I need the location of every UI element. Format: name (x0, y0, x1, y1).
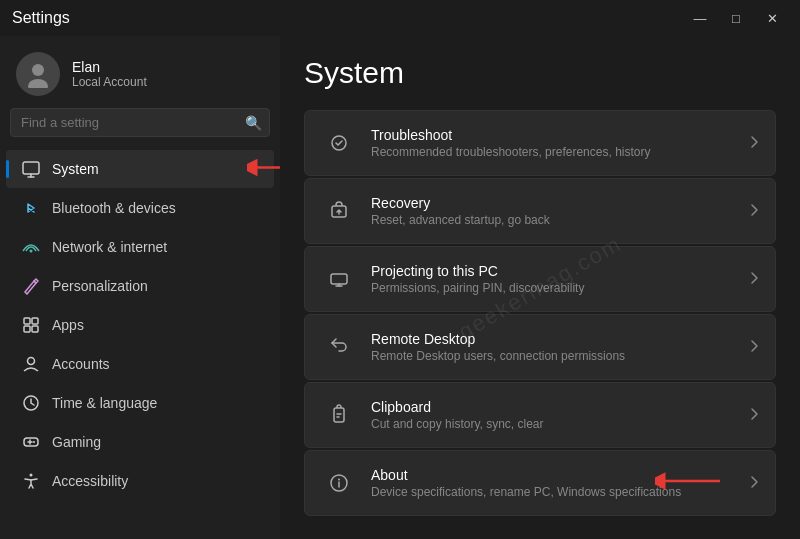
svg-point-12 (33, 441, 35, 443)
titlebar-title: Settings (12, 9, 70, 27)
about-text: AboutDevice specifications, rename PC, W… (371, 467, 741, 499)
remote-desktop-title: Remote Desktop (371, 331, 741, 347)
settings-item-recovery[interactable]: RecoveryReset, advanced startup, go back (304, 178, 776, 244)
sidebar: Elan Local Account 🔍 SystemBluetooth & d… (0, 36, 280, 539)
main-layout: Elan Local Account 🔍 SystemBluetooth & d… (0, 36, 800, 539)
content-wrapper: System TroubleshootRecommended troublesh… (280, 36, 800, 539)
svg-point-13 (30, 474, 33, 477)
time-icon (22, 394, 40, 412)
sidebar-item-label-personalization: Personalization (52, 278, 148, 294)
svg-rect-5 (24, 318, 30, 324)
search-icon: 🔍 (245, 115, 262, 131)
user-name: Elan (72, 59, 147, 75)
svg-rect-7 (24, 326, 30, 332)
system-icon (22, 160, 40, 178)
sidebar-item-personalization[interactable]: Personalization (6, 267, 274, 305)
user-profile[interactable]: Elan Local Account (0, 36, 280, 108)
settings-item-remote-desktop[interactable]: Remote DesktopRemote Desktop users, conn… (304, 314, 776, 380)
maximize-button[interactable]: □ (720, 8, 752, 28)
titlebar-controls: — □ ✕ (684, 8, 788, 28)
clipboard-icon (321, 397, 357, 433)
search-box: 🔍 (10, 108, 270, 137)
sidebar-item-label-bluetooth: Bluetooth & devices (52, 200, 176, 216)
clipboard-desc: Cut and copy history, sync, clear (371, 417, 741, 431)
projecting-desc: Permissions, pairing PIN, discoverabilit… (371, 281, 741, 295)
remote-desktop-desc: Remote Desktop users, connection permiss… (371, 349, 741, 363)
recovery-icon (321, 193, 357, 229)
titlebar: Settings — □ ✕ (0, 0, 800, 36)
troubleshoot-text: TroubleshootRecommended troubleshooters,… (371, 127, 741, 159)
recovery-title: Recovery (371, 195, 741, 211)
apps-icon (22, 316, 40, 334)
minimize-button[interactable]: — (684, 8, 716, 28)
bluetooth-icon (22, 199, 40, 217)
about-desc: Device specifications, rename PC, Window… (371, 485, 741, 499)
gaming-icon (22, 433, 40, 451)
about-chevron-icon (749, 475, 759, 492)
about-icon (321, 465, 357, 501)
nav-list: SystemBluetooth & devicesNetwork & inter… (0, 149, 280, 501)
settings-list: TroubleshootRecommended troubleshooters,… (304, 110, 776, 516)
svg-point-18 (338, 479, 340, 481)
projecting-title: Projecting to this PC (371, 263, 741, 279)
settings-item-troubleshoot[interactable]: TroubleshootRecommended troubleshooters,… (304, 110, 776, 176)
sidebar-item-label-gaming: Gaming (52, 434, 101, 450)
sidebar-item-label-time: Time & language (52, 395, 157, 411)
accessibility-icon (22, 472, 40, 490)
svg-point-0 (32, 64, 44, 76)
svg-rect-2 (23, 162, 39, 174)
svg-point-9 (28, 358, 35, 365)
clipboard-text: ClipboardCut and copy history, sync, cle… (371, 399, 741, 431)
user-info: Elan Local Account (72, 59, 147, 89)
sidebar-item-apps[interactable]: Apps (6, 306, 274, 344)
sidebar-item-label-system: System (52, 161, 99, 177)
troubleshoot-chevron-icon (749, 135, 759, 152)
projecting-chevron-icon (749, 271, 759, 288)
user-role: Local Account (72, 75, 147, 89)
sidebar-item-label-accessibility: Accessibility (52, 473, 128, 489)
svg-rect-8 (32, 326, 38, 332)
page-title: System (304, 56, 776, 90)
sidebar-item-network[interactable]: Network & internet (6, 228, 274, 266)
troubleshoot-title: Troubleshoot (371, 127, 741, 143)
sidebar-item-bluetooth[interactable]: Bluetooth & devices (6, 189, 274, 227)
settings-item-about[interactable]: AboutDevice specifications, rename PC, W… (304, 450, 776, 516)
remote-desktop-icon (321, 329, 357, 365)
titlebar-left: Settings (12, 9, 70, 27)
personalization-icon (22, 277, 40, 295)
content-area: System TroubleshootRecommended troublesh… (280, 36, 800, 536)
search-input[interactable] (10, 108, 270, 137)
network-icon (22, 238, 40, 256)
remote-desktop-chevron-icon (749, 339, 759, 356)
sidebar-item-gaming[interactable]: Gaming (6, 423, 274, 461)
avatar (16, 52, 60, 96)
about-title: About (371, 467, 741, 483)
recovery-desc: Reset, advanced startup, go back (371, 213, 741, 227)
troubleshoot-desc: Recommended troubleshooters, preferences… (371, 145, 741, 159)
accounts-icon (22, 355, 40, 373)
sidebar-item-accounts[interactable]: Accounts (6, 345, 274, 383)
clipboard-chevron-icon (749, 407, 759, 424)
sidebar-item-label-apps: Apps (52, 317, 84, 333)
clipboard-title: Clipboard (371, 399, 741, 415)
troubleshoot-icon (321, 125, 357, 161)
sidebar-item-accessibility[interactable]: Accessibility (6, 462, 274, 500)
sidebar-item-label-accounts: Accounts (52, 356, 110, 372)
close-button[interactable]: ✕ (756, 8, 788, 28)
sidebar-item-time[interactable]: Time & language (6, 384, 274, 422)
recovery-text: RecoveryReset, advanced startup, go back (371, 195, 741, 227)
settings-item-projecting[interactable]: Projecting to this PCPermissions, pairin… (304, 246, 776, 312)
recovery-chevron-icon (749, 203, 759, 220)
settings-item-clipboard[interactable]: ClipboardCut and copy history, sync, cle… (304, 382, 776, 448)
system-arrow-annotation (247, 158, 280, 181)
sidebar-item-label-network: Network & internet (52, 239, 167, 255)
svg-rect-16 (334, 408, 344, 422)
remote-desktop-text: Remote DesktopRemote Desktop users, conn… (371, 331, 741, 363)
svg-point-4 (30, 250, 33, 253)
svg-point-1 (28, 79, 48, 88)
sidebar-item-system[interactable]: System (6, 150, 274, 188)
projecting-icon (321, 261, 357, 297)
projecting-text: Projecting to this PCPermissions, pairin… (371, 263, 741, 295)
svg-rect-15 (331, 274, 347, 284)
svg-rect-6 (32, 318, 38, 324)
